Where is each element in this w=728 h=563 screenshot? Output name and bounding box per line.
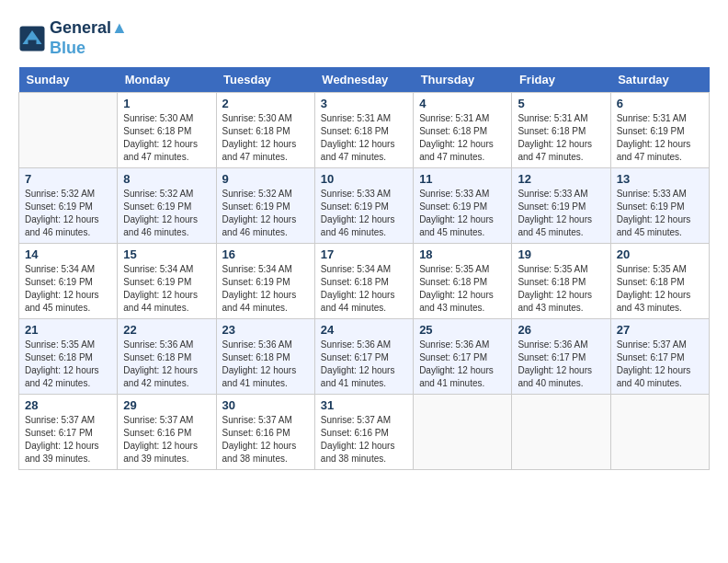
day-cell: 22Sunrise: 5:36 AMSunset: 6:18 PMDayligh… xyxy=(118,319,216,395)
day-cell: 25Sunrise: 5:36 AMSunset: 6:17 PMDayligh… xyxy=(414,319,512,395)
day-number: 19 xyxy=(518,247,604,261)
col-header-sunday: Sunday xyxy=(19,67,118,93)
day-info: Sunrise: 5:37 AMSunset: 6:17 PMDaylight:… xyxy=(617,339,703,390)
day-number: 26 xyxy=(518,323,604,337)
header-row: SundayMondayTuesdayWednesdayThursdayFrid… xyxy=(19,67,710,93)
day-info: Sunrise: 5:36 AMSunset: 6:17 PMDaylight:… xyxy=(321,339,407,390)
day-number: 16 xyxy=(222,247,309,261)
day-number: 14 xyxy=(25,247,111,261)
day-cell: 19Sunrise: 5:35 AMSunset: 6:18 PMDayligh… xyxy=(512,244,610,319)
day-cell: 14Sunrise: 5:34 AMSunset: 6:19 PMDayligh… xyxy=(19,244,118,319)
day-cell: 3Sunrise: 5:31 AMSunset: 6:18 PMDaylight… xyxy=(314,93,413,168)
day-info: Sunrise: 5:31 AMSunset: 6:19 PMDaylight:… xyxy=(617,112,703,164)
day-info: Sunrise: 5:33 AMSunset: 6:19 PMDaylight:… xyxy=(419,188,506,239)
day-info: Sunrise: 5:35 AMSunset: 6:18 PMDaylight:… xyxy=(617,263,703,315)
col-header-wednesday: Wednesday xyxy=(314,67,413,93)
day-cell: 10Sunrise: 5:33 AMSunset: 6:19 PMDayligh… xyxy=(314,168,413,244)
logo-text: General▲ Blue xyxy=(50,18,128,58)
day-cell: 15Sunrise: 5:34 AMSunset: 6:19 PMDayligh… xyxy=(118,244,216,319)
day-info: Sunrise: 5:30 AMSunset: 6:18 PMDaylight:… xyxy=(222,112,309,164)
col-header-monday: Monday xyxy=(118,67,216,93)
day-info: Sunrise: 5:34 AMSunset: 6:19 PMDaylight:… xyxy=(123,263,210,315)
day-number: 13 xyxy=(617,172,703,186)
day-number: 12 xyxy=(518,172,604,186)
day-cell: 8Sunrise: 5:32 AMSunset: 6:19 PMDaylight… xyxy=(118,168,216,244)
day-info: Sunrise: 5:37 AMSunset: 6:17 PMDaylight:… xyxy=(25,414,111,465)
day-cell: 17Sunrise: 5:34 AMSunset: 6:18 PMDayligh… xyxy=(314,244,413,319)
day-cell: 7Sunrise: 5:32 AMSunset: 6:19 PMDaylight… xyxy=(19,168,118,244)
day-cell: 29Sunrise: 5:37 AMSunset: 6:16 PMDayligh… xyxy=(118,395,216,470)
day-cell: 1Sunrise: 5:30 AMSunset: 6:18 PMDaylight… xyxy=(118,93,216,168)
day-cell: 4Sunrise: 5:31 AMSunset: 6:18 PMDaylight… xyxy=(414,93,512,168)
day-cell: 12Sunrise: 5:33 AMSunset: 6:19 PMDayligh… xyxy=(512,168,610,244)
day-info: Sunrise: 5:33 AMSunset: 6:19 PMDaylight:… xyxy=(321,188,407,239)
day-info: Sunrise: 5:31 AMSunset: 6:18 PMDaylight:… xyxy=(518,112,604,164)
svg-rect-2 xyxy=(28,40,37,47)
day-cell: 26Sunrise: 5:36 AMSunset: 6:17 PMDayligh… xyxy=(512,319,610,395)
day-cell: 18Sunrise: 5:35 AMSunset: 6:18 PMDayligh… xyxy=(414,244,512,319)
day-info: Sunrise: 5:34 AMSunset: 6:19 PMDaylight:… xyxy=(25,263,111,315)
day-number: 18 xyxy=(419,247,506,261)
day-cell: 2Sunrise: 5:30 AMSunset: 6:18 PMDaylight… xyxy=(216,93,314,168)
week-row-3: 14Sunrise: 5:34 AMSunset: 6:19 PMDayligh… xyxy=(19,244,710,319)
day-cell xyxy=(610,395,709,470)
day-info: Sunrise: 5:33 AMSunset: 6:19 PMDaylight:… xyxy=(518,188,604,239)
col-header-friday: Friday xyxy=(512,67,610,93)
day-info: Sunrise: 5:31 AMSunset: 6:18 PMDaylight:… xyxy=(419,112,506,164)
logo: General▲ Blue xyxy=(18,18,128,58)
day-number: 31 xyxy=(321,398,407,412)
day-cell xyxy=(414,395,512,470)
day-cell: 28Sunrise: 5:37 AMSunset: 6:17 PMDayligh… xyxy=(19,395,118,470)
day-number: 3 xyxy=(321,97,407,110)
col-header-saturday: Saturday xyxy=(610,67,709,93)
week-row-1: 1Sunrise: 5:30 AMSunset: 6:18 PMDaylight… xyxy=(19,93,710,168)
day-info: Sunrise: 5:34 AMSunset: 6:18 PMDaylight:… xyxy=(321,263,407,315)
day-info: Sunrise: 5:32 AMSunset: 6:19 PMDaylight:… xyxy=(25,188,111,239)
day-cell: 31Sunrise: 5:37 AMSunset: 6:16 PMDayligh… xyxy=(314,395,413,470)
day-number: 25 xyxy=(419,323,506,337)
day-cell: 6Sunrise: 5:31 AMSunset: 6:19 PMDaylight… xyxy=(610,93,709,168)
day-info: Sunrise: 5:33 AMSunset: 6:19 PMDaylight:… xyxy=(617,188,703,239)
day-number: 9 xyxy=(222,172,309,186)
day-number: 30 xyxy=(222,398,309,412)
day-info: Sunrise: 5:36 AMSunset: 6:17 PMDaylight:… xyxy=(518,339,604,390)
day-cell: 5Sunrise: 5:31 AMSunset: 6:18 PMDaylight… xyxy=(512,93,610,168)
day-number: 27 xyxy=(617,323,703,337)
day-info: Sunrise: 5:34 AMSunset: 6:19 PMDaylight:… xyxy=(222,263,309,315)
day-cell: 11Sunrise: 5:33 AMSunset: 6:19 PMDayligh… xyxy=(414,168,512,244)
day-number: 10 xyxy=(321,172,407,186)
day-info: Sunrise: 5:32 AMSunset: 6:19 PMDaylight:… xyxy=(222,188,309,239)
day-cell xyxy=(19,93,118,168)
day-number: 4 xyxy=(419,97,506,110)
day-cell: 9Sunrise: 5:32 AMSunset: 6:19 PMDaylight… xyxy=(216,168,314,244)
day-number: 7 xyxy=(25,172,111,186)
logo-icon xyxy=(18,25,46,52)
page-header: General▲ Blue xyxy=(18,18,710,58)
day-cell: 24Sunrise: 5:36 AMSunset: 6:17 PMDayligh… xyxy=(314,319,413,395)
day-number: 22 xyxy=(123,323,210,337)
day-number: 21 xyxy=(25,323,111,337)
day-number: 20 xyxy=(617,247,703,261)
day-info: Sunrise: 5:31 AMSunset: 6:18 PMDaylight:… xyxy=(321,112,407,164)
day-info: Sunrise: 5:35 AMSunset: 6:18 PMDaylight:… xyxy=(419,263,506,315)
calendar-table: SundayMondayTuesdayWednesdayThursdayFrid… xyxy=(18,67,710,470)
day-number: 8 xyxy=(123,172,210,186)
day-info: Sunrise: 5:30 AMSunset: 6:18 PMDaylight:… xyxy=(123,112,210,164)
day-info: Sunrise: 5:37 AMSunset: 6:16 PMDaylight:… xyxy=(321,414,407,465)
day-number: 11 xyxy=(419,172,506,186)
day-number: 6 xyxy=(617,97,703,110)
day-info: Sunrise: 5:37 AMSunset: 6:16 PMDaylight:… xyxy=(222,414,309,465)
day-info: Sunrise: 5:36 AMSunset: 6:18 PMDaylight:… xyxy=(123,339,210,390)
week-row-4: 21Sunrise: 5:35 AMSunset: 6:18 PMDayligh… xyxy=(19,319,710,395)
day-number: 15 xyxy=(123,247,210,261)
day-number: 5 xyxy=(518,97,604,110)
week-row-2: 7Sunrise: 5:32 AMSunset: 6:19 PMDaylight… xyxy=(19,168,710,244)
day-cell: 20Sunrise: 5:35 AMSunset: 6:18 PMDayligh… xyxy=(610,244,709,319)
day-number: 28 xyxy=(25,398,111,412)
day-number: 23 xyxy=(222,323,309,337)
day-cell: 16Sunrise: 5:34 AMSunset: 6:19 PMDayligh… xyxy=(216,244,314,319)
day-number: 24 xyxy=(321,323,407,337)
day-number: 17 xyxy=(321,247,407,261)
day-number: 2 xyxy=(222,97,309,110)
day-info: Sunrise: 5:36 AMSunset: 6:17 PMDaylight:… xyxy=(419,339,506,390)
